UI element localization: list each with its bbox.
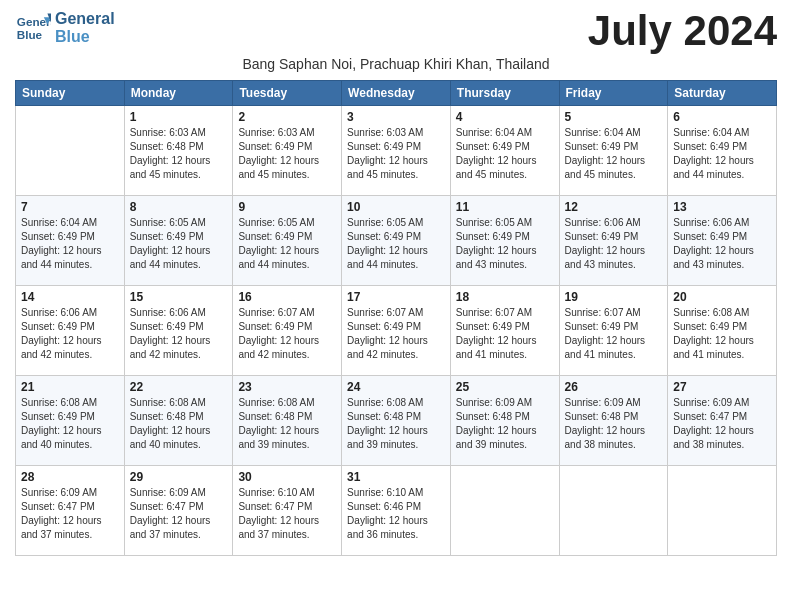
- day-info: Sunrise: 6:05 AM Sunset: 6:49 PM Dayligh…: [456, 216, 554, 272]
- day-number: 3: [347, 110, 445, 124]
- weekday-header: Thursday: [450, 81, 559, 106]
- calendar-cell: 2Sunrise: 6:03 AM Sunset: 6:49 PM Daylig…: [233, 106, 342, 196]
- day-info: Sunrise: 6:06 AM Sunset: 6:49 PM Dayligh…: [21, 306, 119, 362]
- calendar-cell: 9Sunrise: 6:05 AM Sunset: 6:49 PM Daylig…: [233, 196, 342, 286]
- day-info: Sunrise: 6:03 AM Sunset: 6:49 PM Dayligh…: [347, 126, 445, 182]
- day-number: 1: [130, 110, 228, 124]
- day-info: Sunrise: 6:09 AM Sunset: 6:47 PM Dayligh…: [21, 486, 119, 542]
- calendar-cell: 30Sunrise: 6:10 AM Sunset: 6:47 PM Dayli…: [233, 466, 342, 556]
- day-number: 15: [130, 290, 228, 304]
- day-number: 18: [456, 290, 554, 304]
- calendar-cell: 14Sunrise: 6:06 AM Sunset: 6:49 PM Dayli…: [16, 286, 125, 376]
- weekday-header: Friday: [559, 81, 668, 106]
- weekday-header-row: SundayMondayTuesdayWednesdayThursdayFrid…: [16, 81, 777, 106]
- day-info: Sunrise: 6:09 AM Sunset: 6:48 PM Dayligh…: [456, 396, 554, 452]
- day-number: 30: [238, 470, 336, 484]
- calendar-cell: 7Sunrise: 6:04 AM Sunset: 6:49 PM Daylig…: [16, 196, 125, 286]
- day-number: 31: [347, 470, 445, 484]
- day-info: Sunrise: 6:06 AM Sunset: 6:49 PM Dayligh…: [130, 306, 228, 362]
- calendar-cell: 23Sunrise: 6:08 AM Sunset: 6:48 PM Dayli…: [233, 376, 342, 466]
- day-info: Sunrise: 6:04 AM Sunset: 6:49 PM Dayligh…: [673, 126, 771, 182]
- page-header: General Blue General Blue July 2024: [15, 10, 777, 52]
- calendar-cell: 8Sunrise: 6:05 AM Sunset: 6:49 PM Daylig…: [124, 196, 233, 286]
- day-info: Sunrise: 6:07 AM Sunset: 6:49 PM Dayligh…: [456, 306, 554, 362]
- calendar-cell: 1Sunrise: 6:03 AM Sunset: 6:48 PM Daylig…: [124, 106, 233, 196]
- logo-text-general: General: [55, 10, 115, 28]
- calendar-cell: 19Sunrise: 6:07 AM Sunset: 6:49 PM Dayli…: [559, 286, 668, 376]
- calendar-cell: 11Sunrise: 6:05 AM Sunset: 6:49 PM Dayli…: [450, 196, 559, 286]
- day-info: Sunrise: 6:05 AM Sunset: 6:49 PM Dayligh…: [238, 216, 336, 272]
- calendar-cell: 15Sunrise: 6:06 AM Sunset: 6:49 PM Dayli…: [124, 286, 233, 376]
- calendar-cell: 16Sunrise: 6:07 AM Sunset: 6:49 PM Dayli…: [233, 286, 342, 376]
- calendar-cell: 12Sunrise: 6:06 AM Sunset: 6:49 PM Dayli…: [559, 196, 668, 286]
- calendar-cell: 4Sunrise: 6:04 AM Sunset: 6:49 PM Daylig…: [450, 106, 559, 196]
- day-number: 29: [130, 470, 228, 484]
- day-number: 5: [565, 110, 663, 124]
- day-info: Sunrise: 6:09 AM Sunset: 6:48 PM Dayligh…: [565, 396, 663, 452]
- day-number: 28: [21, 470, 119, 484]
- day-info: Sunrise: 6:03 AM Sunset: 6:48 PM Dayligh…: [130, 126, 228, 182]
- calendar-cell: 13Sunrise: 6:06 AM Sunset: 6:49 PM Dayli…: [668, 196, 777, 286]
- day-info: Sunrise: 6:07 AM Sunset: 6:49 PM Dayligh…: [565, 306, 663, 362]
- day-info: Sunrise: 6:03 AM Sunset: 6:49 PM Dayligh…: [238, 126, 336, 182]
- day-info: Sunrise: 6:08 AM Sunset: 6:49 PM Dayligh…: [21, 396, 119, 452]
- day-number: 2: [238, 110, 336, 124]
- day-info: Sunrise: 6:09 AM Sunset: 6:47 PM Dayligh…: [673, 396, 771, 452]
- day-number: 11: [456, 200, 554, 214]
- weekday-header: Wednesday: [342, 81, 451, 106]
- day-info: Sunrise: 6:08 AM Sunset: 6:48 PM Dayligh…: [130, 396, 228, 452]
- calendar-cell: 27Sunrise: 6:09 AM Sunset: 6:47 PM Dayli…: [668, 376, 777, 466]
- calendar-cell: 5Sunrise: 6:04 AM Sunset: 6:49 PM Daylig…: [559, 106, 668, 196]
- day-number: 19: [565, 290, 663, 304]
- day-number: 22: [130, 380, 228, 394]
- day-info: Sunrise: 6:08 AM Sunset: 6:48 PM Dayligh…: [347, 396, 445, 452]
- calendar-cell: 17Sunrise: 6:07 AM Sunset: 6:49 PM Dayli…: [342, 286, 451, 376]
- calendar-cell: 25Sunrise: 6:09 AM Sunset: 6:48 PM Dayli…: [450, 376, 559, 466]
- day-info: Sunrise: 6:04 AM Sunset: 6:49 PM Dayligh…: [565, 126, 663, 182]
- calendar-cell: [450, 466, 559, 556]
- calendar-cell: 29Sunrise: 6:09 AM Sunset: 6:47 PM Dayli…: [124, 466, 233, 556]
- calendar-week-row: 7Sunrise: 6:04 AM Sunset: 6:49 PM Daylig…: [16, 196, 777, 286]
- day-number: 17: [347, 290, 445, 304]
- day-number: 13: [673, 200, 771, 214]
- day-number: 27: [673, 380, 771, 394]
- calendar-week-row: 14Sunrise: 6:06 AM Sunset: 6:49 PM Dayli…: [16, 286, 777, 376]
- day-info: Sunrise: 6:04 AM Sunset: 6:49 PM Dayligh…: [21, 216, 119, 272]
- month-title: July 2024: [588, 10, 777, 52]
- day-info: Sunrise: 6:06 AM Sunset: 6:49 PM Dayligh…: [565, 216, 663, 272]
- calendar-cell: [559, 466, 668, 556]
- weekday-header: Tuesday: [233, 81, 342, 106]
- calendar-cell: 31Sunrise: 6:10 AM Sunset: 6:46 PM Dayli…: [342, 466, 451, 556]
- day-info: Sunrise: 6:08 AM Sunset: 6:49 PM Dayligh…: [673, 306, 771, 362]
- calendar-cell: 24Sunrise: 6:08 AM Sunset: 6:48 PM Dayli…: [342, 376, 451, 466]
- calendar-week-row: 1Sunrise: 6:03 AM Sunset: 6:48 PM Daylig…: [16, 106, 777, 196]
- weekday-header: Sunday: [16, 81, 125, 106]
- day-info: Sunrise: 6:04 AM Sunset: 6:49 PM Dayligh…: [456, 126, 554, 182]
- calendar-cell: 22Sunrise: 6:08 AM Sunset: 6:48 PM Dayli…: [124, 376, 233, 466]
- day-info: Sunrise: 6:07 AM Sunset: 6:49 PM Dayligh…: [238, 306, 336, 362]
- calendar-cell: 18Sunrise: 6:07 AM Sunset: 6:49 PM Dayli…: [450, 286, 559, 376]
- subtitle: Bang Saphan Noi, Prachuap Khiri Khan, Th…: [15, 56, 777, 72]
- day-number: 12: [565, 200, 663, 214]
- logo: General Blue General Blue: [15, 10, 115, 46]
- svg-text:Blue: Blue: [17, 28, 43, 41]
- calendar-cell: 26Sunrise: 6:09 AM Sunset: 6:48 PM Dayli…: [559, 376, 668, 466]
- calendar-cell: 10Sunrise: 6:05 AM Sunset: 6:49 PM Dayli…: [342, 196, 451, 286]
- calendar-cell: 21Sunrise: 6:08 AM Sunset: 6:49 PM Dayli…: [16, 376, 125, 466]
- day-number: 21: [21, 380, 119, 394]
- calendar-cell: 20Sunrise: 6:08 AM Sunset: 6:49 PM Dayli…: [668, 286, 777, 376]
- day-info: Sunrise: 6:08 AM Sunset: 6:48 PM Dayligh…: [238, 396, 336, 452]
- day-info: Sunrise: 6:05 AM Sunset: 6:49 PM Dayligh…: [347, 216, 445, 272]
- calendar-week-row: 21Sunrise: 6:08 AM Sunset: 6:49 PM Dayli…: [16, 376, 777, 466]
- day-info: Sunrise: 6:09 AM Sunset: 6:47 PM Dayligh…: [130, 486, 228, 542]
- day-number: 14: [21, 290, 119, 304]
- day-info: Sunrise: 6:10 AM Sunset: 6:46 PM Dayligh…: [347, 486, 445, 542]
- weekday-header: Saturday: [668, 81, 777, 106]
- calendar-cell: 3Sunrise: 6:03 AM Sunset: 6:49 PM Daylig…: [342, 106, 451, 196]
- logo-text-blue: Blue: [55, 28, 115, 46]
- day-number: 24: [347, 380, 445, 394]
- weekday-header: Monday: [124, 81, 233, 106]
- day-info: Sunrise: 6:06 AM Sunset: 6:49 PM Dayligh…: [673, 216, 771, 272]
- day-number: 6: [673, 110, 771, 124]
- day-number: 26: [565, 380, 663, 394]
